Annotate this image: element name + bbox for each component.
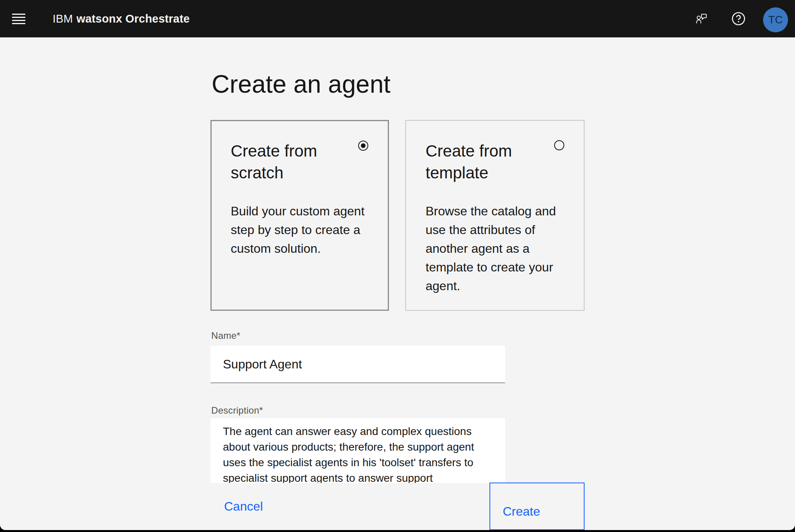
page-title: Create an agent bbox=[212, 69, 390, 100]
card-create-from-scratch[interactable]: Create from scratch Build your custom ag… bbox=[210, 120, 389, 311]
hamburger-bar bbox=[12, 20, 25, 21]
avatar-initials: TC bbox=[768, 14, 783, 26]
user-speech-bubble-icon bbox=[695, 12, 708, 25]
top-nav-bar: IBM watsonx Orchestrate bbox=[0, 0, 795, 37]
help-button[interactable] bbox=[726, 6, 751, 31]
description-label: Description* bbox=[211, 404, 263, 417]
create-button[interactable]: Create bbox=[489, 483, 585, 530]
hamburger-bar bbox=[12, 14, 25, 15]
hamburger-menu-button[interactable] bbox=[6, 6, 31, 31]
hamburger-bar bbox=[12, 17, 25, 18]
radio-unselected-icon[interactable] bbox=[554, 140, 564, 150]
card-create-from-template[interactable]: Create from template Browse the catalog … bbox=[405, 120, 585, 311]
name-label: Name* bbox=[211, 329, 240, 342]
help-icon bbox=[731, 11, 746, 26]
feedback-button[interactable] bbox=[689, 6, 714, 31]
card-title: Create from template bbox=[426, 140, 564, 184]
hamburger-bar bbox=[12, 23, 25, 24]
card-title: Create from scratch bbox=[231, 140, 369, 184]
card-description: Browse the catalog and use the attribute… bbox=[426, 202, 564, 295]
app-brand: IBM watsonx Orchestrate bbox=[53, 0, 190, 37]
brand-prefix: IBM bbox=[53, 12, 73, 25]
cancel-button[interactable]: Cancel bbox=[212, 484, 276, 529]
name-input[interactable] bbox=[210, 346, 505, 383]
brand-name: watsonx Orchestrate bbox=[76, 12, 190, 25]
card-description: Build your custom agent step by step to … bbox=[231, 202, 369, 258]
description-textarea[interactable]: The agent can answer easy and complex qu… bbox=[210, 418, 505, 483]
radio-selected-icon[interactable] bbox=[358, 141, 368, 151]
app-window: IBM watsonx Orchestrate bbox=[0, 0, 795, 530]
user-avatar[interactable]: TC bbox=[763, 7, 788, 32]
screen: IBM watsonx Orchestrate bbox=[0, 0, 795, 532]
